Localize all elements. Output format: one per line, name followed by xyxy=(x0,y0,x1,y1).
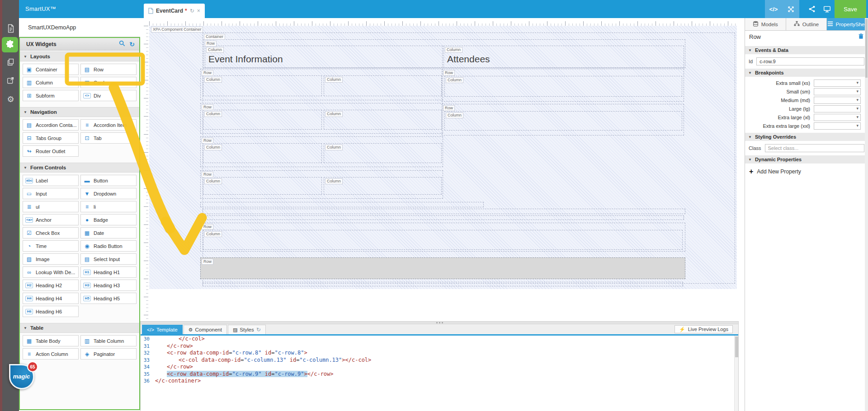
code-line[interactable]: 34</c-row> xyxy=(141,364,738,371)
magic-logo[interactable]: magic 65 xyxy=(9,364,37,392)
widget-anchor[interactable]: <a>Anchor xyxy=(23,214,79,225)
widget-accordion-conta[interactable]: ▤Accordion Conta... xyxy=(23,119,79,131)
nav-copies-button[interactable] xyxy=(2,55,19,70)
canvas-row[interactable]: RowColumnEvent InformationColumnAttendee… xyxy=(203,39,685,68)
code-line[interactable]: 33<c-col data-comp-id="c-column.13" id="… xyxy=(141,357,738,364)
refresh-icon[interactable]: ↻ xyxy=(129,41,135,48)
widget-heading-h2[interactable]: H2Heading H2 xyxy=(23,280,79,291)
class-input[interactable] xyxy=(765,144,864,152)
canvas-row[interactable]: RowColumnColumn xyxy=(200,136,443,167)
canvas-column[interactable]: Column xyxy=(203,177,322,195)
code-line[interactable]: 35<c-row data-comp-id="c-row.9" id="c-ro… xyxy=(141,371,738,378)
widget-image[interactable]: ▧Image xyxy=(23,253,79,265)
expand-view-button[interactable] xyxy=(782,0,799,18)
widget-container[interactable]: ▣Container xyxy=(23,64,79,75)
widget-tab[interactable]: ⊡Tab xyxy=(80,132,137,144)
widget-paginator[interactable]: ◈Paginator xyxy=(80,348,137,360)
preview-button[interactable] xyxy=(818,0,835,18)
widget-dropdown[interactable]: ▼Dropdown xyxy=(80,188,137,199)
section-styling-overrides[interactable]: ▼ Styling Overrides xyxy=(745,133,868,141)
widget-table-body[interactable]: ▦Table Body xyxy=(23,335,79,346)
widget-radio-button[interactable]: ◉Radio Button xyxy=(80,240,137,252)
nav-settings-button[interactable]: ⚙ xyxy=(2,92,19,107)
widget-ul[interactable]: ≣ul xyxy=(23,201,79,212)
nav-share-box-button[interactable] xyxy=(2,74,19,89)
code-line[interactable]: 30</c-col> xyxy=(141,336,738,343)
section-header-form-controls[interactable]: ▼Form Controls xyxy=(20,163,139,173)
section-breakpoints[interactable]: ▼ Breakpoints xyxy=(745,69,868,77)
code-view-button[interactable]: </> xyxy=(765,0,782,18)
search-icon[interactable] xyxy=(119,40,125,48)
refresh-icon[interactable]: ↻ xyxy=(256,327,261,333)
canvas-row[interactable]: RowColumnColumn xyxy=(200,103,443,134)
widget-action-column[interactable]: ≡Action Column xyxy=(23,348,79,360)
tab-component[interactable]: ⚙Component xyxy=(184,325,227,334)
widget-heading-h6[interactable]: H6Heading H6 xyxy=(23,306,79,317)
canvas-row[interactable]: RowColumn xyxy=(200,223,685,252)
widget-tabs-group[interactable]: ⊟Tabs Group xyxy=(23,132,79,144)
widget-lookup-with-de[interactable]: ∞Lookup With De... xyxy=(23,266,79,278)
nav-widgets-button[interactable] xyxy=(2,37,18,52)
selected-row-element[interactable]: Row xyxy=(200,257,685,279)
canvas-row[interactable]: RowColumn xyxy=(442,69,684,102)
code-line[interactable]: 31</c-row> xyxy=(141,343,738,350)
widget-badge[interactable]: ●Badge xyxy=(80,214,137,225)
breakpoint-select-xxl[interactable]: ▾ xyxy=(814,122,861,130)
breakpoint-select-md[interactable]: ▾ xyxy=(814,97,861,104)
container-spacer[interactable] xyxy=(203,209,685,214)
canvas-column[interactable]: Column xyxy=(324,143,442,163)
tab-template[interactable]: </>Template xyxy=(142,325,183,334)
section-events-data[interactable]: ▼ Events & Data xyxy=(745,46,868,54)
page-scrollbar[interactable] xyxy=(865,18,868,411)
code-line[interactable]: 36</c-container> xyxy=(141,378,738,385)
widget-router-outlet[interactable]: ↬Router Outlet xyxy=(23,145,79,157)
widget-heading-h5[interactable]: H5Heading H5 xyxy=(80,293,137,304)
widget-column[interactable]: ▥Column xyxy=(23,77,79,88)
breakpoint-select-lg[interactable]: ▾ xyxy=(814,105,861,112)
container-spacer[interactable] xyxy=(205,215,684,220)
code-line[interactable]: 32<c-row data-comp-id="c-row.8" id="c-ro… xyxy=(141,350,738,357)
refresh-icon[interactable]: ↻ xyxy=(190,8,194,14)
widget-heading-h1[interactable]: H1Heading H1 xyxy=(80,266,137,278)
widget-subform[interactable]: ⊞Subform xyxy=(23,90,79,101)
nav-document-button[interactable] xyxy=(2,22,19,37)
delete-element-button[interactable] xyxy=(858,33,864,41)
design-canvas[interactable]: XPA Component ContainerContainerRowColum… xyxy=(149,26,737,289)
widget-card[interactable]: ▦Card xyxy=(80,77,137,88)
canvas-row[interactable]: RowColumnColumn xyxy=(200,170,443,199)
widget-table-column[interactable]: ▥Table Column xyxy=(80,335,137,346)
breakpoint-select-sm[interactable]: ▾ xyxy=(814,88,861,95)
widget-check-box[interactable]: ☑Check Box xyxy=(23,227,79,238)
section-header-layouts[interactable]: ▼Layouts xyxy=(20,51,139,61)
canvas-column[interactable]: ColumnAttendees xyxy=(443,46,684,68)
close-icon[interactable]: × xyxy=(197,8,200,14)
canvas-column[interactable]: Column xyxy=(444,76,682,97)
canvas-column[interactable]: Column xyxy=(324,75,442,96)
document-tab[interactable]: EventCard * ↻ × xyxy=(144,4,205,18)
save-button[interactable]: Save xyxy=(835,0,866,18)
breakpoint-select-xs[interactable]: ▾ xyxy=(814,79,861,87)
widget-li[interactable]: ≡li xyxy=(80,201,137,212)
widget-div[interactable]: <>Div xyxy=(80,90,137,101)
widget-heading-h3[interactable]: H3Heading H3 xyxy=(80,280,137,291)
widget-label[interactable]: abcLabel xyxy=(23,175,79,186)
page-scrollbar-thumb[interactable] xyxy=(865,19,868,78)
tab-styles[interactable]: ▨Styles↻ xyxy=(228,325,266,334)
canvas-row[interactable]: RowColumn xyxy=(442,104,684,135)
live-preview-logs-button[interactable]: ⚡ Live Preview Logs xyxy=(675,325,733,333)
canvas-column[interactable]: ColumnEvent Information xyxy=(205,46,443,68)
widget-accordion-item[interactable]: ≡Accordion Item xyxy=(80,119,137,131)
canvas-column[interactable]: Column xyxy=(203,110,322,130)
widget-time[interactable]: ◔Time xyxy=(23,240,79,252)
add-new-property-button[interactable]: + Add New Property xyxy=(749,168,864,175)
tab-models[interactable]: Models xyxy=(745,18,786,30)
container-spacer[interactable] xyxy=(203,282,683,286)
canvas-row[interactable]: RowColumnColumn xyxy=(200,69,443,100)
canvas-column[interactable]: Column xyxy=(444,111,682,131)
tab-outline[interactable]: Outline xyxy=(786,18,827,30)
id-input[interactable] xyxy=(756,57,864,65)
breakpoint-select-xl[interactable]: ▾ xyxy=(814,114,861,121)
tab-propertyshee[interactable]: PropertyShee xyxy=(827,18,868,30)
app-name-row[interactable]: SmartUXDemoApp xyxy=(19,18,140,37)
section-dynamic-properties[interactable]: ▼ Dynamic Properties xyxy=(745,155,868,163)
